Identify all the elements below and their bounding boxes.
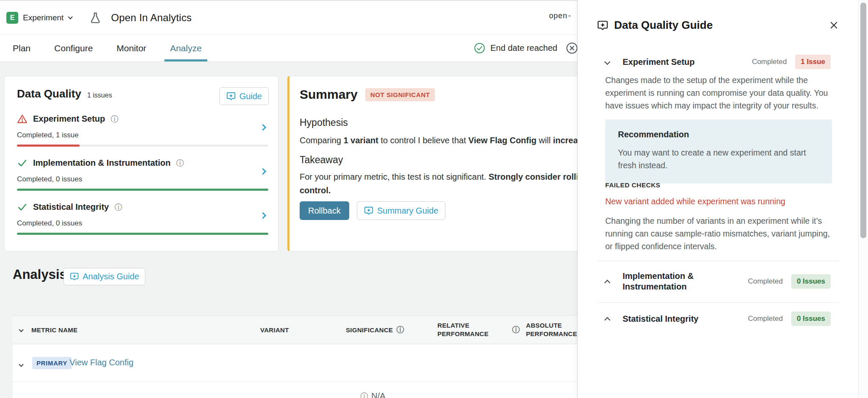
info-icon[interactable]: ⓘ [512,316,520,344]
panel-divider [597,261,839,261]
section-name: Implementation & Instrumentation [623,271,718,292]
recommendation-body: You may want to create a new experiment … [618,146,819,172]
hypothesis-heading: Hypothesis [300,117,348,128]
check-statistical-integrity: Statistical Integrity ⓘ Completed, 0 iss… [17,202,268,235]
section-description: Changes made to the setup of the experim… [605,74,832,112]
chevron-down-icon [68,14,72,19]
col-relative-performance: RELATIVEPERFORMANCE [437,316,489,344]
chevron-right-icon[interactable] [261,168,265,175]
guide-button-label: Guide [239,92,262,101]
guide-icon [597,20,608,31]
significance-badge: NOT SIGNIFICANT [365,88,435,101]
experiment-type-label: Experiment [23,13,64,22]
failed-check-description: Changing the number of variants in an ex… [605,214,832,253]
chevron-right-icon[interactable] [261,124,265,131]
col-significance: SIGNIFICANCE ⓘ [346,316,404,344]
check-progress-bar [17,189,268,191]
data-quality-guide-panel: Data Quality Guide Experiment Setup Comp… [577,0,858,398]
recommendation-box: Recommendation You may want to create a … [605,120,832,184]
section-experiment-setup[interactable]: Experiment Setup Completed 1 Issue [605,53,831,71]
experiment-status: End date reached [474,35,578,61]
summary-card: Summary NOT SIGNIFICANT Hypothesis Compa… [287,76,584,251]
summary-guide-button[interactable]: Summary Guide [357,201,446,220]
check-progress-bar [17,233,268,235]
dismiss-circle-x-icon[interactable] [566,42,578,54]
info-icon[interactable]: ⓘ [111,115,118,123]
failed-check-title: New variant added while experiment was r… [605,197,785,206]
info-icon[interactable]: ⓘ [396,326,404,334]
chevron-down-icon [605,60,611,64]
issues-badge: 0 Issues [791,274,831,289]
tab-configure[interactable]: Configure [50,35,97,61]
check-name: Experiment Setup [33,114,105,124]
check-name: Implementation & Instrumentation [33,158,170,168]
check-status: Completed, 1 issue [17,131,268,139]
info-icon[interactable]: ⓘ [176,159,184,167]
check-progress-bar [17,145,268,147]
info-icon: ⓘ [360,392,368,398]
tab-plan[interactable]: Plan [8,35,35,61]
failed-checks-heading: FAILED CHECKS [605,181,660,189]
info-icon[interactable]: ⓘ [114,203,122,211]
guide-button-label: Summary Guide [377,206,439,216]
section-name: Experiment Setup [623,57,695,67]
data-quality-title: Data Quality [17,87,81,100]
table-header: METRIC NAME VARIANT SIGNIFICANCE ⓘ RELAT… [13,315,577,344]
row-expand-chevron[interactable] [19,360,23,368]
experiment-badge: E [6,12,18,24]
issues-badge: 0 Issues [791,312,831,326]
warning-triangle-icon [17,114,28,124]
section-statistical-integrity[interactable]: Statistical Integrity Completed 0 Issues [605,309,831,328]
rollback-button[interactable]: Rollback [300,201,349,220]
data-quality-card: Data Quality 1 issues Guide Experiment S… [4,76,278,251]
check-experiment-setup: Experiment Setup ⓘ Completed, 1 issue [17,114,268,147]
check-status: Completed, 0 issues [17,219,268,228]
issues-badge: 1 Issue [795,55,831,69]
check-icon [17,158,28,168]
data-quality-issue-count: 1 issues [87,92,112,99]
section-name: Statistical Integrity [623,314,698,324]
analysis-title: Analysis [13,267,67,282]
experiment-type-dropdown[interactable]: E Experiment [6,12,72,24]
col-metric-name: METRIC NAME [31,316,78,344]
guide-button-label: Analysis Guide [83,272,139,281]
tab-monitor[interactable]: Monitor [112,35,150,61]
guide-icon [226,92,236,101]
panel-title: Data Quality Guide [614,19,713,32]
section-implementation[interactable]: Implementation & Instrumentation Complet… [605,269,831,294]
vertical-scrollbar-thumb[interactable] [860,3,866,238]
check-name: Statistical Integrity [33,202,109,212]
takeaway-heading: Takeaway [300,154,343,166]
col-absolute-performance: ABSOLUTEPERFORMANCE [526,316,577,344]
vertical-scrollbar-track[interactable] [858,0,868,398]
table-row-partial: ⓘ N/A [13,382,577,398]
page-title: Open In Analytics [111,12,192,24]
hypothesis-text: Comparing 1 variant to control I believe… [300,136,595,145]
recommendation-title: Recommendation [618,130,819,139]
check-circle-icon [474,42,485,54]
guide-icon [364,206,373,215]
analysis-guide-button[interactable]: Analysis Guide [64,268,145,285]
section-status: Completed [748,315,783,323]
panel-divider [597,302,839,303]
primary-badge: PRIMARY [32,357,72,369]
data-quality-guide-button[interactable]: Guide [220,87,269,105]
check-status: Completed, 0 issues [17,175,268,184]
guide-icon [70,272,79,281]
flask-icon [89,11,102,24]
takeaway-text-line1: For your primary metric, this test is no… [300,172,596,182]
table-row: PRIMARY View Flag Config [13,344,577,382]
metrics-table: METRIC NAME VARIANT SIGNIFICANCE ⓘ RELAT… [13,315,577,398]
close-icon[interactable] [829,20,839,30]
na-value: ⓘ N/A [360,391,385,398]
section-status: Completed [752,58,787,66]
check-icon [17,202,28,212]
tab-analyze[interactable]: Analyze [166,35,206,61]
section-status: Completed [748,277,783,286]
col-variant: VARIANT [260,316,289,344]
metric-name-link[interactable]: View Flag Config [70,358,134,367]
collapse-all-chevron[interactable] [19,316,23,344]
status-label: End date reached [490,43,557,53]
chevron-right-icon[interactable] [261,212,265,220]
chevron-up-icon [605,315,611,322]
